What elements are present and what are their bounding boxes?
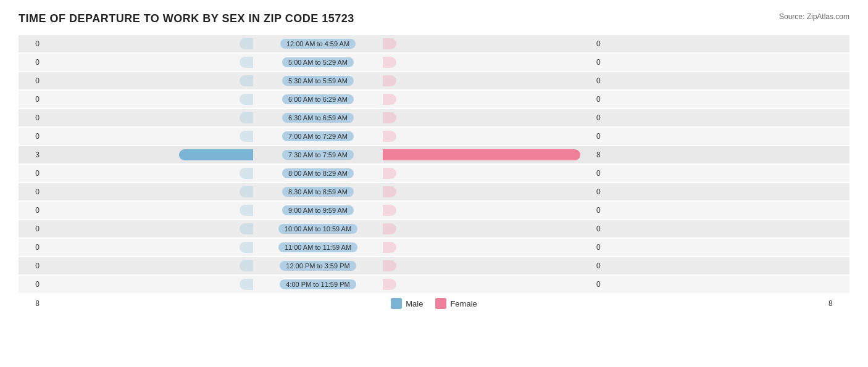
left-value: 0 [19,169,43,178]
bar-row: 0 9:00 AM to 9:59 AM 0 [19,202,849,219]
male-bar [179,149,253,160]
male-bar [240,75,253,86]
female-bar [383,260,396,271]
time-label: 12:00 AM to 4:59 AM [253,39,383,49]
female-bar [383,186,396,197]
right-value: 0 [593,169,617,178]
right-value: 0 [593,113,617,122]
left-bar-area [43,112,253,123]
left-value: 0 [19,76,43,85]
left-bar-area [43,279,253,290]
bar-row: 0 6:30 AM to 6:59 AM 0 [19,109,849,126]
legend: Male Female [391,298,477,309]
female-bar [383,75,396,86]
right-bar-area [383,186,593,197]
male-bar [240,168,253,179]
left-value: 0 [19,58,43,67]
female-bar [383,168,396,179]
right-bar-area [383,38,593,49]
time-label: 12:00 PM to 3:59 PM [253,261,383,271]
time-label-pill: 5:30 AM to 5:59 AM [282,76,354,86]
right-value: 0 [593,280,617,289]
time-label: 4:00 PM to 11:59 PM [253,279,383,289]
left-value: 0 [19,225,43,233]
chart-area: 0 12:00 AM to 4:59 AM 0 0 5:00 AM to 5:2… [19,35,849,293]
left-bar-area [43,223,253,234]
male-bar [240,223,253,234]
male-label: Male [406,299,423,308]
female-bar [383,94,396,105]
left-value: 0 [19,206,43,215]
male-bar [240,242,253,253]
time-label-pill: 7:00 AM to 7:29 AM [282,131,354,141]
right-bar-area [383,205,593,216]
female-label: Female [450,299,477,308]
time-label-pill: 8:00 AM to 8:29 AM [282,168,354,178]
bar-row: 0 8:00 AM to 8:29 AM 0 [19,165,849,182]
left-value: 0 [19,39,43,48]
left-value: 0 [19,280,43,289]
chart-container: TIME OF DEPARTURE TO WORK BY SEX IN ZIP … [19,12,849,309]
bar-row: 0 5:00 AM to 5:29 AM 0 [19,54,849,71]
bar-row: 0 6:00 AM to 6:29 AM 0 [19,91,849,108]
chart-title: TIME OF DEPARTURE TO WORK BY SEX IN ZIP … [19,12,354,25]
bar-row: 0 4:00 PM to 11:59 PM 0 [19,276,849,293]
left-value: 0 [19,95,43,104]
male-bar [240,260,253,271]
left-bar-area [43,205,253,216]
male-bar [240,205,253,216]
right-value: 0 [593,95,617,104]
left-bar-area [43,38,253,49]
bar-row: 0 12:00 PM to 3:59 PM 0 [19,257,849,274]
time-label-pill: 6:30 AM to 6:59 AM [282,113,354,123]
right-bar-area [383,149,593,160]
right-bar-area [383,112,593,123]
legend-female: Female [435,298,477,309]
time-label-pill: 5:00 AM to 5:29 AM [282,57,354,67]
left-bar-area [43,260,253,271]
right-value: 0 [593,206,617,215]
right-value: 0 [593,39,617,48]
time-label: 7:30 AM to 7:59 AM [253,150,383,160]
female-bar [383,131,396,142]
time-label: 5:30 AM to 5:59 AM [253,76,383,86]
time-label-pill: 12:00 AM to 4:59 AM [280,39,356,49]
right-bar-area [383,131,593,142]
left-value: 3 [19,151,43,159]
time-label: 8:00 AM to 8:29 AM [253,168,383,178]
chart-source: Source: ZipAtlas.com [779,12,849,21]
right-value: 0 [593,225,617,233]
right-bar-area [383,75,593,86]
female-bar [383,57,396,68]
right-value: 0 [593,76,617,85]
right-bar-area [383,279,593,290]
male-bar [240,112,253,123]
male-bar [240,186,253,197]
right-value: 0 [593,132,617,141]
left-value: 0 [19,113,43,122]
right-bar-area [383,242,593,253]
right-value: 0 [593,188,617,196]
right-value: 0 [593,58,617,67]
time-label-pill: 12:00 PM to 3:59 PM [280,261,356,271]
bar-row: 0 7:00 AM to 7:29 AM 0 [19,128,849,145]
male-bar [240,279,253,290]
time-label-pill: 4:00 PM to 11:59 PM [280,279,356,289]
footer-right-value: 8 [825,299,849,308]
female-bar [383,38,396,49]
left-bar-area [43,242,253,253]
legend-male: Male [391,298,423,309]
female-bar [383,149,580,160]
time-label-pill: 10:00 AM to 10:59 AM [278,224,357,234]
time-label: 10:00 AM to 10:59 AM [253,224,383,234]
female-bar [383,242,396,253]
time-label: 8:30 AM to 8:59 AM [253,187,383,197]
time-label: 7:00 AM to 7:29 AM [253,131,383,141]
bar-row: 0 11:00 AM to 11:59 AM 0 [19,239,849,256]
bar-row: 0 12:00 AM to 4:59 AM 0 [19,35,849,52]
left-bar-area [43,57,253,68]
time-label-pill: 9:00 AM to 9:59 AM [282,205,354,215]
left-bar-area [43,186,253,197]
left-bar-area [43,94,253,105]
left-bar-area [43,75,253,86]
